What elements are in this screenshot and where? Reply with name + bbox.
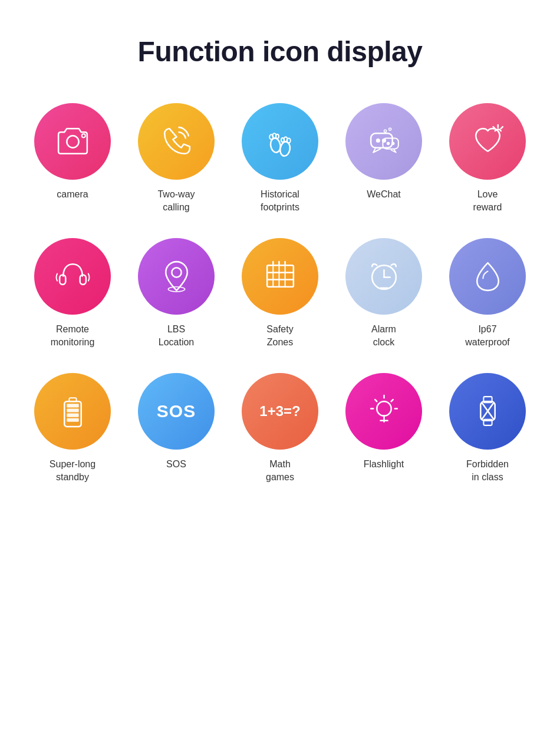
- two-way-calling-label: Two-way calling: [157, 188, 195, 214]
- remote-monitoring-label: Remote monitoring: [51, 323, 95, 349]
- svg-point-23: [172, 268, 181, 278]
- remote-monitoring-icon-circle: [34, 238, 111, 315]
- icon-cell-math-games: 1+3=? Math games: [234, 373, 326, 484]
- sos-text: SOS: [157, 401, 196, 421]
- sos-icon-circle: SOS: [138, 373, 215, 450]
- icon-cell-historical-footprints: Historical footprints: [234, 103, 326, 214]
- svg-point-9: [281, 137, 284, 141]
- safety-zones-label: Safety Zones: [266, 323, 293, 349]
- svg-rect-42: [67, 409, 78, 412]
- safety-zones-icon-circle: [242, 238, 318, 315]
- icon-cell-camera: camera: [27, 103, 118, 214]
- love-reward-label: Love reward: [473, 188, 502, 214]
- svg-rect-43: [67, 404, 78, 407]
- svg-point-14: [387, 142, 389, 144]
- svg-point-44: [377, 401, 391, 415]
- forbidden-in-class-label: Forbidden in class: [466, 458, 509, 484]
- svg-point-16: [384, 130, 386, 132]
- forbidden-in-class-icon-circle: [449, 373, 526, 450]
- two-way-calling-icon: [157, 123, 196, 161]
- svg-rect-41: [67, 414, 78, 417]
- camera-icon-circle: [34, 103, 111, 180]
- svg-rect-40: [67, 418, 78, 422]
- camera-label: camera: [57, 188, 88, 201]
- alarm-clock-icon-circle: [345, 238, 422, 315]
- svg-line-48: [391, 400, 393, 401]
- icon-cell-ip67-waterproof: Ip67 waterproof: [442, 238, 533, 349]
- ip67-waterproof-icon: [469, 257, 507, 295]
- math-games-icon-circle: 1+3=?: [242, 373, 318, 450]
- historical-footprints-icon: [261, 123, 299, 161]
- math-games-label: Math games: [266, 458, 294, 484]
- icon-grid: camera Two-way calling: [27, 103, 533, 484]
- super-long-standby-label: Super-long standby: [50, 458, 95, 484]
- svg-rect-10: [371, 133, 393, 147]
- remote-monitoring-icon: [54, 257, 92, 295]
- safety-zones-icon: [261, 257, 299, 295]
- sos-label: SOS: [166, 458, 186, 471]
- forbidden-in-class-icon: [469, 392, 507, 430]
- historical-footprints-label: Historical footprints: [261, 188, 299, 214]
- page-title: Function icon display: [138, 35, 423, 68]
- ip67-waterproof-label: Ip67 waterproof: [465, 323, 510, 349]
- svg-rect-25: [267, 266, 294, 288]
- historical-footprints-icon-circle: [242, 103, 318, 180]
- flashlight-icon-circle: [345, 373, 422, 450]
- icon-cell-alarm-clock: Alarm clock: [338, 238, 430, 349]
- icon-cell-love-reward: Love reward: [442, 103, 533, 214]
- wechat-label: WeChat: [367, 188, 401, 201]
- lbs-location-label: LBS Location: [159, 323, 195, 349]
- icon-cell-safety-zones: Safety Zones: [234, 238, 326, 349]
- alarm-clock-icon: [365, 257, 403, 295]
- icon-cell-remote-monitoring: Remote monitoring: [27, 238, 118, 349]
- svg-line-50: [375, 400, 377, 401]
- wechat-icon-circle: [345, 103, 422, 180]
- alarm-clock-label: Alarm clock: [371, 323, 396, 349]
- love-reward-icon-circle: [449, 103, 526, 180]
- math-games-text: 1+3=?: [259, 403, 300, 420]
- lbs-location-icon: [157, 257, 196, 295]
- super-long-standby-icon: [54, 392, 92, 430]
- svg-point-0: [67, 136, 78, 147]
- icon-cell-two-way-calling: Two-way calling: [130, 103, 222, 214]
- super-long-standby-icon-circle: [34, 373, 111, 450]
- icon-cell-super-long-standby: Super-long standby: [27, 373, 118, 484]
- love-reward-icon: [469, 123, 507, 161]
- icon-cell-forbidden-in-class: Forbidden in class: [442, 373, 533, 484]
- wechat-icon: [365, 123, 403, 161]
- ip67-waterproof-icon-circle: [449, 238, 526, 315]
- svg-point-1: [81, 134, 85, 137]
- camera-icon: [54, 123, 92, 161]
- flashlight-label: Flashlight: [364, 458, 404, 471]
- svg-point-11: [376, 138, 379, 141]
- svg-point-5: [275, 134, 278, 138]
- icon-cell-lbs-location: LBS Location: [130, 238, 222, 349]
- svg-point-15: [391, 142, 394, 144]
- icon-cell-flashlight: Flashlight: [338, 373, 430, 484]
- svg-point-17: [388, 128, 391, 130]
- icon-cell-wechat: WeChat: [338, 103, 430, 214]
- svg-line-19: [500, 127, 502, 128]
- two-way-calling-icon-circle: [138, 103, 215, 180]
- flashlight-icon: [365, 392, 403, 430]
- lbs-location-icon-circle: [138, 238, 215, 315]
- svg-rect-39: [69, 398, 76, 401]
- icon-cell-sos: SOS SOS: [130, 373, 222, 484]
